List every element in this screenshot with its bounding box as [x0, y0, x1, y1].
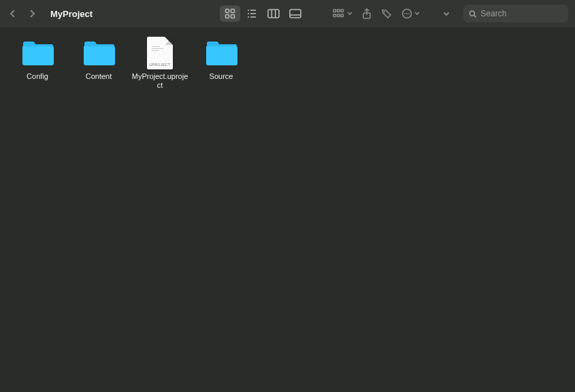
svg-rect-16: [338, 10, 340, 12]
toolbar-actions: [333, 5, 420, 22]
svg-rect-1: [231, 10, 235, 13]
svg-rect-3: [231, 15, 235, 18]
svg-point-4: [248, 10, 249, 11]
chevron-down-icon: [347, 12, 352, 16]
group-icon: [333, 9, 345, 18]
svg-point-8: [248, 16, 249, 18]
columns-icon: [267, 9, 280, 18]
svg-rect-19: [338, 14, 340, 17]
folder-item[interactable]: Config: [7, 37, 68, 90]
svg-line-29: [474, 15, 476, 17]
tag-icon: [381, 8, 392, 19]
file-grid: Config Content UPROJECT MyProject.uproje…: [0, 27, 575, 99]
view-mode-segment: [220, 5, 306, 22]
svg-point-28: [470, 11, 474, 16]
toolbar-overflow-button[interactable]: [443, 5, 450, 22]
gallery-view-button[interactable]: [285, 5, 306, 22]
svg-rect-20: [341, 14, 344, 17]
icon-view-button[interactable]: [220, 5, 240, 22]
column-view-button[interactable]: [263, 5, 284, 22]
chevron-down-icon: [443, 12, 450, 16]
svg-point-25: [404, 13, 406, 14]
svg-rect-0: [226, 10, 229, 13]
folder-item[interactable]: Content: [68, 37, 129, 90]
item-label: Source: [210, 72, 233, 81]
chevron-down-icon: [414, 12, 420, 16]
item-label: Content: [86, 72, 112, 81]
file-icon: UPROJECT: [143, 37, 177, 69]
back-button[interactable]: [7, 7, 19, 20]
window-title: MyProject: [50, 9, 93, 19]
toolbar: MyProject: [0, 0, 575, 27]
svg-point-27: [408, 13, 410, 14]
gallery-icon: [289, 9, 301, 18]
forward-button[interactable]: [26, 7, 38, 20]
file-item[interactable]: UPROJECT MyProject.uproject: [129, 37, 191, 90]
item-label: Config: [27, 72, 48, 81]
tags-button[interactable]: [381, 5, 392, 22]
svg-rect-2: [226, 15, 229, 18]
svg-rect-18: [333, 14, 336, 17]
svg-point-6: [248, 13, 249, 14]
share-button[interactable]: [362, 5, 372, 22]
item-label: MyProject.uproject: [131, 72, 189, 90]
folder-item[interactable]: Source: [191, 37, 252, 90]
folder-icon: [82, 37, 116, 69]
svg-rect-15: [333, 10, 336, 12]
list-view-button[interactable]: [242, 5, 262, 22]
group-button[interactable]: [333, 5, 352, 22]
svg-rect-13: [290, 10, 301, 18]
action-menu-button[interactable]: [401, 5, 420, 22]
file-ext-label: UPROJECT: [147, 63, 173, 67]
svg-rect-17: [341, 10, 344, 12]
share-icon: [362, 8, 372, 20]
search-icon: [469, 10, 476, 18]
svg-point-26: [406, 13, 408, 14]
search-input[interactable]: [480, 9, 563, 18]
svg-rect-10: [268, 10, 279, 18]
folder-icon: [204, 37, 238, 69]
grid-icon: [225, 8, 235, 19]
ellipsis-circle-icon: [401, 8, 412, 19]
list-icon: [246, 8, 257, 19]
search-box[interactable]: [463, 5, 568, 22]
nav-arrows: [7, 7, 38, 20]
svg-point-23: [384, 12, 385, 13]
folder-icon: [20, 37, 54, 69]
